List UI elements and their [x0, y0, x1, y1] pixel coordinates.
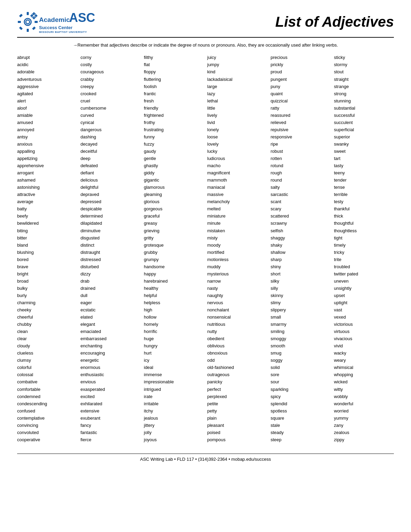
svg-rect-14: [30, 15, 33, 16]
word-item: charming: [17, 299, 77, 306]
word-item: wicked: [334, 378, 394, 385]
word-item: precious: [271, 54, 331, 61]
word-item: sparkling: [271, 386, 331, 393]
word-item: virtuous: [334, 328, 394, 335]
svg-rect-2: [27, 29, 29, 32]
word-item: aloof: [17, 104, 77, 112]
word-item: diminutive: [80, 227, 140, 234]
word-item: burly: [17, 292, 77, 299]
word-item: little: [207, 104, 267, 112]
word-item: tender: [334, 176, 394, 184]
word-item: filthy: [144, 54, 204, 61]
word-item: sticky: [334, 54, 394, 61]
word-item: melted: [207, 205, 267, 212]
word-item: irritable: [144, 400, 204, 407]
word-item: condescending: [17, 400, 77, 407]
word-item: whopping: [334, 371, 394, 378]
word-item: slippery: [271, 306, 331, 313]
word-item: tart: [334, 155, 394, 162]
word-item: cloudy: [17, 342, 77, 349]
word-item: deep: [80, 155, 140, 162]
word-item: loose: [207, 133, 267, 140]
word-item: defeated: [80, 162, 140, 169]
word-item: bitter: [17, 234, 77, 242]
word-item: graceful: [144, 212, 204, 220]
word-item: skinny: [271, 292, 331, 299]
word-item: solid: [271, 364, 331, 371]
word-item: silly: [271, 285, 331, 292]
word-item: sharp: [271, 256, 331, 263]
word-item: melancholy: [207, 198, 267, 205]
word-item: weary: [334, 357, 394, 364]
word-item: eager: [80, 299, 140, 306]
word-item: healthy: [144, 285, 204, 292]
word-item: minute: [207, 220, 267, 227]
word-item: blushing: [17, 249, 77, 256]
word-item: responsive: [271, 133, 331, 140]
word-item: shiny: [271, 263, 331, 270]
word-item: pleasant: [207, 422, 267, 429]
word-item: exasperated: [80, 386, 140, 393]
word-item: fuzzy: [144, 140, 204, 148]
word-item: wacky: [334, 349, 394, 357]
word-item: soggy: [271, 357, 331, 364]
word-item: hungry: [144, 342, 204, 349]
svg-rect-15: [35, 15, 37, 16]
word-item: nonchalant: [207, 306, 267, 313]
word-item: dangerous: [80, 126, 140, 133]
word-item: ripe: [271, 140, 331, 148]
word-item: broad: [17, 277, 77, 285]
word-item: obnoxious: [207, 349, 267, 357]
word-item: amused: [17, 119, 77, 126]
word-item: tricky: [334, 249, 394, 256]
word-item: obedient: [207, 335, 267, 342]
word-item: sweet: [334, 148, 394, 155]
word-item: scattered: [271, 212, 331, 220]
word-item: intrigued: [144, 386, 204, 393]
word-item: foolish: [144, 83, 204, 90]
word-item: dashing: [80, 133, 140, 140]
word-item: succulent: [334, 119, 394, 126]
word-item: oblivious: [207, 342, 267, 349]
word-item: colorful: [17, 364, 77, 371]
word-item: embarrassed: [80, 335, 140, 342]
word-item: juicy: [207, 54, 267, 61]
word-item: huge: [144, 335, 204, 342]
word-item: misty: [207, 234, 267, 242]
word-item: depressed: [80, 198, 140, 205]
word-item: zealous: [334, 429, 394, 436]
word-item: horrific: [144, 328, 204, 335]
word-item: clear: [17, 335, 77, 342]
word-item: colossal: [17, 371, 77, 378]
word-item: emaciated: [80, 328, 140, 335]
word-item: prickly: [271, 61, 331, 68]
word-item: encouraging: [80, 349, 140, 357]
word-item: convoluted: [17, 429, 77, 436]
word-item: thoughtful: [334, 220, 394, 227]
word-item: grumpy: [144, 256, 204, 263]
word-item: crabby: [80, 76, 140, 83]
word-item: frantic: [144, 90, 204, 97]
word-item: curved: [80, 112, 140, 119]
word-item: quaint: [271, 90, 331, 97]
word-item: witty: [334, 386, 394, 393]
word-item: condemned: [17, 393, 77, 400]
word-item: livid: [207, 119, 267, 126]
word-column-4: preciouspricklyproudpungentpunyquaintqui…: [271, 54, 331, 443]
word-item: greasy: [144, 220, 204, 227]
word-item: cynical: [80, 119, 140, 126]
word-item: exuberant: [80, 415, 140, 422]
word-item: smiling: [271, 328, 331, 335]
word-item: agitated: [17, 90, 77, 97]
word-item: stale: [271, 422, 331, 429]
word-item: energetic: [80, 357, 140, 364]
word-item: odd: [207, 357, 267, 364]
word-item: scant: [271, 198, 331, 205]
word-item: whimsical: [334, 364, 394, 371]
word-item: pompous: [207, 436, 267, 443]
svg-point-17: [33, 15, 35, 17]
word-item: yummy: [334, 415, 394, 422]
word-item: square: [271, 415, 331, 422]
word-item: enchanting: [80, 342, 140, 349]
word-item: dilapidated: [80, 220, 140, 227]
